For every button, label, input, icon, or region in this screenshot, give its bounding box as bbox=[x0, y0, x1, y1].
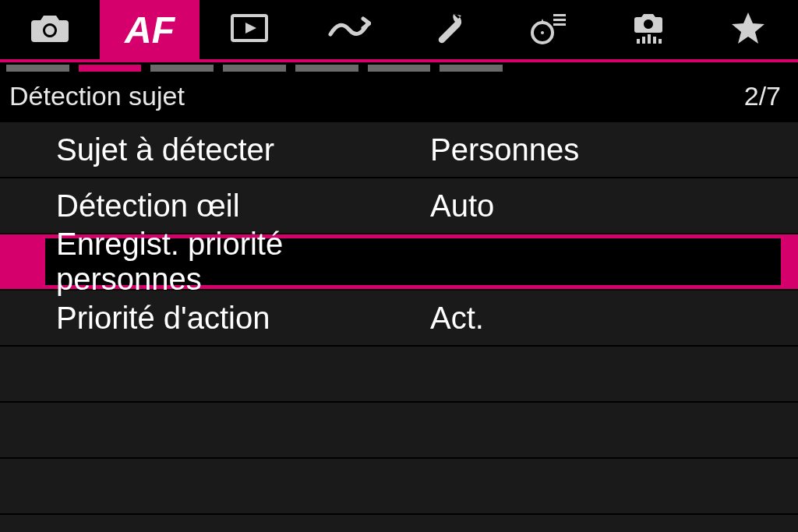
svg-rect-10 bbox=[659, 39, 662, 44]
tab-network[interactable] bbox=[299, 0, 399, 59]
menu-item-register-priority[interactable]: Enregist. priorité personnes bbox=[0, 234, 798, 291]
menu-item-label: Enregist. priorité personnes bbox=[56, 227, 430, 297]
svg-point-2 bbox=[541, 31, 544, 34]
page-segment[interactable] bbox=[368, 65, 431, 72]
segment-spacer bbox=[657, 65, 720, 72]
page-segment[interactable] bbox=[223, 65, 286, 72]
camera-bars-icon bbox=[629, 11, 668, 48]
tab-bar: AF bbox=[0, 0, 798, 59]
star-icon bbox=[730, 11, 766, 48]
menu-item-label: Sujet à détecter bbox=[56, 132, 430, 167]
menu-item-selected-inner: Enregist. priorité personnes bbox=[45, 238, 781, 285]
svg-rect-5 bbox=[553, 23, 566, 26]
menu-item-empty bbox=[0, 347, 798, 403]
menu-item-label: Détection œil bbox=[56, 188, 430, 224]
menu-item-empty bbox=[0, 459, 798, 515]
menu-item-empty bbox=[0, 403, 798, 459]
page-segment-bar bbox=[0, 62, 798, 73]
tab-mymenu[interactable] bbox=[698, 0, 798, 59]
menu-item-value: Personnes bbox=[430, 132, 781, 167]
tab-setup[interactable] bbox=[399, 0, 499, 59]
svg-rect-6 bbox=[637, 39, 640, 44]
tab-network-settings[interactable] bbox=[598, 0, 698, 59]
svg-rect-3 bbox=[553, 14, 566, 16]
menu-item-value: Auto bbox=[430, 188, 781, 224]
wrench-icon bbox=[432, 11, 466, 48]
play-icon bbox=[231, 14, 268, 45]
menu-list: Sujet à détecter Personnes Détection œil… bbox=[0, 122, 798, 515]
custom-controls-icon bbox=[530, 11, 567, 48]
camera-icon bbox=[30, 12, 69, 47]
page-segment-active[interactable] bbox=[79, 65, 142, 72]
svg-rect-9 bbox=[653, 37, 656, 44]
menu-item-label: Priorité d'action bbox=[56, 301, 430, 336]
tab-shooting[interactable] bbox=[0, 0, 100, 59]
svg-rect-8 bbox=[648, 34, 651, 44]
segment-spacer bbox=[512, 65, 575, 72]
page-segment[interactable] bbox=[6, 65, 69, 72]
tab-custom[interactable] bbox=[499, 0, 598, 59]
menu-title: Détection sujet bbox=[9, 81, 185, 111]
page-segment[interactable] bbox=[440, 65, 503, 72]
svg-rect-4 bbox=[553, 19, 566, 21]
network-icon bbox=[327, 14, 371, 45]
page-segment[interactable] bbox=[295, 65, 358, 72]
menu-header: Détection sujet 2/7 bbox=[0, 73, 798, 122]
segment-spacer bbox=[729, 65, 792, 72]
tab-af-label: AF bbox=[125, 9, 175, 51]
segment-spacer bbox=[584, 65, 648, 72]
menu-item-subject-detect[interactable]: Sujet à détecter Personnes bbox=[0, 122, 798, 178]
page-indicator: 2/7 bbox=[744, 81, 781, 111]
menu-item-value: Act. bbox=[430, 301, 781, 336]
menu-item-action-priority[interactable]: Priorité d'action Act. bbox=[0, 291, 798, 347]
page-segment[interactable] bbox=[150, 65, 214, 72]
tab-af[interactable]: AF bbox=[100, 0, 200, 59]
svg-rect-7 bbox=[642, 37, 645, 44]
tab-playback[interactable] bbox=[200, 0, 299, 59]
